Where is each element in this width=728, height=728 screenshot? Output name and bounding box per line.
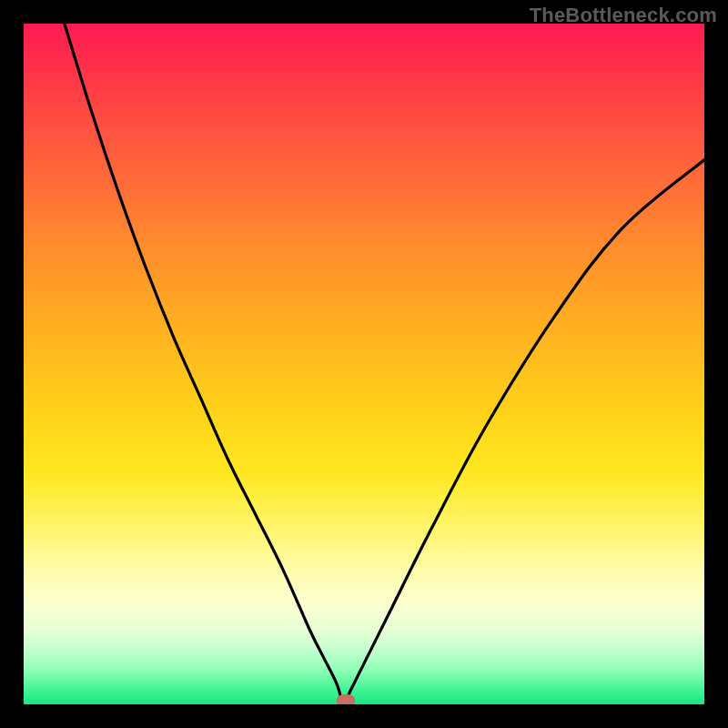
chart-frame: TheBottleneck.com	[0, 0, 728, 728]
bottleneck-curve	[24, 24, 704, 704]
optimal-point-marker	[337, 694, 355, 704]
plot-area	[24, 24, 704, 704]
